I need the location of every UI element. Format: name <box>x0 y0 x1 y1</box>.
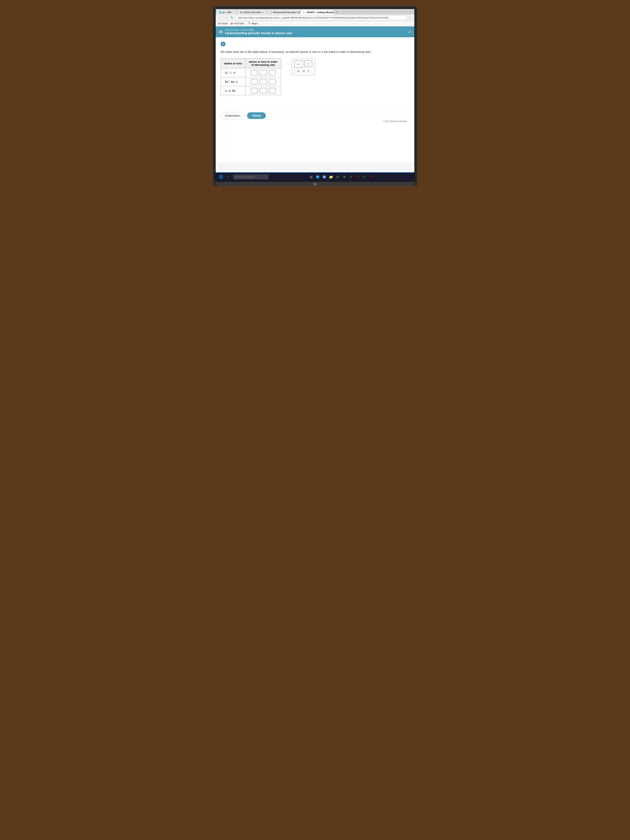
dropdown-box-1c[interactable] <box>269 70 275 76</box>
bookmark-maps-label: Maps <box>252 22 258 25</box>
copyright-text: © 2021 McGraw-Hill Educ <box>221 119 409 123</box>
dropdown-box-1b[interactable] <box>260 70 267 76</box>
tab-mcgraw[interactable]: 📋 McGraw-Hill Education Campus ✕ <box>267 10 300 14</box>
tab-close-aleks-chem[interactable]: ✕ <box>262 11 264 14</box>
bookmark-maps[interactable]: 📍 Maps <box>247 22 259 25</box>
check-button[interactable]: Check <box>247 112 266 119</box>
folder-icon[interactable]: 📁 <box>328 174 334 180</box>
table-row: Cl−, I−, F− , , <box>221 68 281 77</box>
order-cell-1[interactable]: , , <box>245 68 281 77</box>
dropdown-row-2: , , <box>249 79 277 84</box>
table-row: Be+, Be, Li , , <box>221 77 281 86</box>
dropdown-box-3c[interactable] <box>269 88 275 93</box>
drag-panel: □□ □□ ✕ ↺ ? <box>292 58 315 76</box>
bookmark-gmail-label: Gmail <box>221 22 227 25</box>
tab-close-gs[interactable]: ✕ <box>233 11 235 14</box>
svg-rect-0 <box>219 175 221 177</box>
search-taskbar-icon[interactable]: ○ <box>226 174 232 180</box>
svg-point-7 <box>324 177 325 177</box>
undo-panel-button[interactable]: ↺ <box>302 69 305 73</box>
dropdown-box-2a[interactable] <box>251 79 257 84</box>
drag-panel-items: □□ □□ <box>295 61 312 68</box>
svg-point-4 <box>316 175 319 178</box>
tab-aleks-chem[interactable]: ⚙️ ALEKs Chemistry ✕ <box>237 10 267 14</box>
order-cell-2[interactable]: , , <box>245 77 281 86</box>
tab-icon-gs: 🌐 <box>219 11 221 14</box>
windows-start-icon[interactable] <box>218 174 224 180</box>
bookmarks-bar: M Gmail ▶ YouTube 📍 Maps <box>216 21 414 26</box>
atoms-cell-2: Be+, Be, Li <box>221 77 245 86</box>
atoms-cell-1: Cl−, I−, F− <box>221 68 245 77</box>
atoms-cell-3: Li, O, Be <box>221 86 245 95</box>
dropdown-box-2b[interactable] <box>260 79 267 84</box>
explanation-button[interactable]: Explanation <box>221 112 245 119</box>
svg-rect-1 <box>221 175 223 177</box>
taskbar: ○ ⊞ <box>216 172 414 181</box>
instruction-text: Re-order each list in the table below, i… <box>221 50 409 54</box>
tab-label-gs: gs - UNF <box>223 11 232 14</box>
forward-button[interactable]: → <box>224 16 229 20</box>
tab-aleks-active[interactable]: A ALEKS - Lindsay Brooks - Learn ✕ <box>301 10 334 14</box>
taskbar-center-icons: ⊞ 📁 ✉ ❄ $ <box>308 174 374 180</box>
svg-rect-2 <box>219 177 221 178</box>
laptop-base: hp <box>215 182 415 186</box>
taskbar-search-input[interactable] <box>233 174 268 179</box>
money-icon[interactable]: $ <box>348 174 354 180</box>
tab-icon-aleks-chem: ⚙️ <box>240 11 242 14</box>
close-panel-button[interactable]: ✕ <box>297 69 300 73</box>
header-title: Understanding periodic trends in atomic … <box>225 31 292 35</box>
chrome-icon[interactable] <box>322 174 327 180</box>
hamburger-menu[interactable] <box>219 31 223 33</box>
tab-bar: 🌐 gs - UNF ✕ ⚙️ ALEKs Chemistry ✕ 📋 McGr… <box>216 9 414 14</box>
youtube-icon: ▶ <box>231 22 233 25</box>
table-row: Li, O, Be , , <box>221 86 281 95</box>
drag-item-large[interactable]: □□ <box>295 61 303 68</box>
back-button[interactable]: ← <box>217 16 222 20</box>
header-section-label: ELECTRONIC STRUCTURE <box>225 29 292 31</box>
drag-panel-actions: ✕ ↺ ? <box>295 69 312 73</box>
table-panel-container: atoms or ions atoms or ions in order of … <box>221 58 409 99</box>
tab-label-aleks-chem: ALEKs Chemistry <box>243 11 261 14</box>
page-content: ELECTRONIC STRUCTURE Understanding perio… <box>216 27 414 172</box>
col-order-header: atoms or ions in order of decreasing siz… <box>245 58 281 68</box>
help-panel-button[interactable]: ? <box>308 69 309 73</box>
edge-icon[interactable] <box>315 174 321 180</box>
bookmark-youtube[interactable]: ▶ YouTube <box>231 22 245 25</box>
dropdown-box-1a[interactable] <box>251 70 257 76</box>
more-options-button[interactable]: ⋮ <box>408 16 413 20</box>
excel-icon[interactable]: X <box>362 174 367 180</box>
office-icon[interactable]: O <box>355 174 361 180</box>
drag-item-small[interactable]: □□ <box>305 61 312 67</box>
expand-section-button[interactable]: ∨ <box>221 41 226 46</box>
snowflake-icon[interactable]: ❄ <box>341 174 347 180</box>
dropdown-box-3a[interactable] <box>251 88 257 93</box>
mail-icon[interactable]: ✉ <box>335 174 341 180</box>
col-order-line1: atoms or ions in order <box>249 60 277 63</box>
ordering-table: atoms or ions atoms or ions in order of … <box>221 58 281 95</box>
refresh-button[interactable]: ↻ <box>230 16 234 20</box>
browser-chrome: 🌐 gs - UNF ✕ ⚙️ ALEKs Chemistry ✕ 📋 McGr… <box>216 9 414 27</box>
aleks-header: ELECTRONIC STRUCTURE Understanding perio… <box>216 27 414 37</box>
tab-icon-mcgraw: 📋 <box>269 11 272 14</box>
svg-rect-3 <box>221 177 223 178</box>
bookmark-youtube-label: YouTube <box>234 22 244 25</box>
header-expand-button[interactable]: ⤢ <box>408 30 411 34</box>
powerpoint-icon[interactable]: P <box>368 174 374 180</box>
tab-gs-unf[interactable]: 🌐 gs - UNF ✕ <box>216 10 237 14</box>
address-bar[interactable]: www-awn.aleks.com/alekscgi/x/lsl.exe/1o_… <box>235 16 406 20</box>
nav-bar: ← → ↻ www-awn.aleks.com/alekscgi/x/lsl.e… <box>216 14 414 21</box>
task-view-icon[interactable]: ⊞ <box>308 174 314 180</box>
tab-icon-aleks: A <box>303 11 305 14</box>
gmail-icon: M <box>218 22 220 25</box>
order-cell-3[interactable]: , , <box>245 86 281 95</box>
new-tab-button[interactable]: + <box>335 10 339 14</box>
dropdown-row-1: , , <box>249 70 277 76</box>
dropdown-row-3: , , <box>249 88 277 93</box>
dropdown-box-2c[interactable] <box>269 79 275 84</box>
chevron-down-icon: ∨ <box>222 43 224 46</box>
col-order-line2: of decreasing size <box>251 63 275 66</box>
col-atoms-header: atoms or ions <box>221 58 245 68</box>
bookmark-gmail[interactable]: M Gmail <box>217 22 228 25</box>
dropdown-box-3b[interactable] <box>260 88 267 93</box>
tab-label-aleks: ALEKS - Lindsay Brooks - Learn <box>307 11 334 14</box>
